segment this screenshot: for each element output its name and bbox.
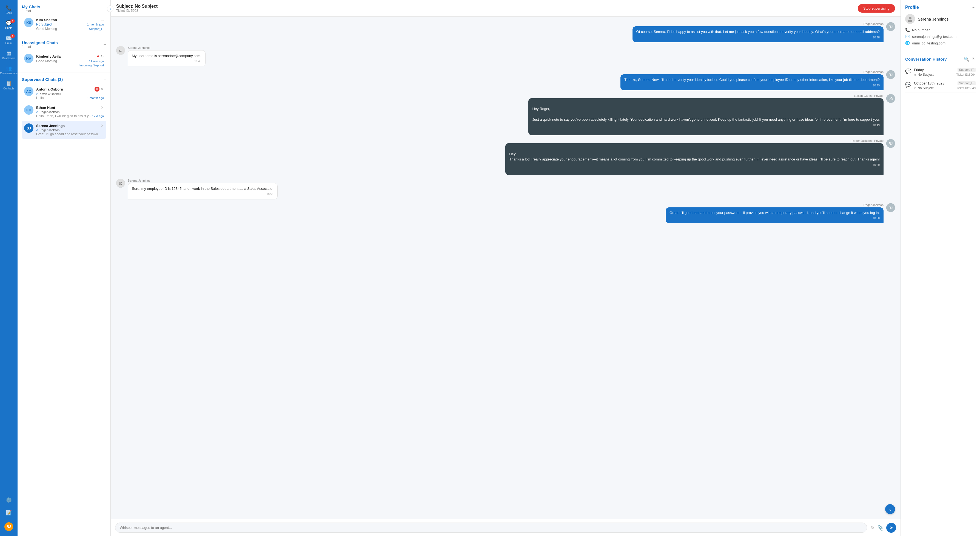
nav-item-conversations[interactable]: 👥 Conversations [0,63,18,77]
chat-name: Ethan Hunt [36,105,55,110]
conv-ticket: Ticket ID:5849 [956,86,975,90]
nav-label-calls: Calls [6,11,12,14]
user-avatar[interactable]: RJ [5,522,13,531]
msg-content: Serena Jennings My username is serenadoe… [128,46,205,67]
reload-icon[interactable]: ↻ [100,54,104,58]
msg-avatar-lucian: LG [886,94,895,103]
send-button[interactable]: ➤ [886,523,896,533]
nav-item-dashboard[interactable]: ▦ Dashboard [0,48,18,62]
profile-email-row: ✉️ serenajennings@g-test.com [905,34,975,39]
agent-name: Kevin O'Donnell [40,92,61,96]
nav-item-contacts[interactable]: 📋 Contacts [0,78,18,92]
msg-bubble: Thanks, Serena. Now, I'll need to verify… [620,74,883,90]
stop-supervising-button[interactable]: Stop supervising [858,4,895,13]
conv-history-item-2[interactable]: 💬 October 18th, 2023 Support_IT ⊘ No Sub… [905,79,975,93]
svg-point-15 [908,20,912,22]
profile-more-button[interactable]: ··· [972,5,975,10]
msg-content: Roger Jackson | Private Hey, Thanks a lo… [505,139,883,175]
svg-text:RJ: RJ [889,206,893,210]
close-chat-icon[interactable]: ✕ [100,123,104,128]
chat-preview: Hello [36,96,44,100]
chat-item-kim-shelton[interactable]: KS Kim Shelton ··· No Subject 1 month ag… [22,15,106,34]
message-row: RJ Roger Jackson | Private Hey, Thanks a… [116,139,895,175]
nav-label-chats: Chats [5,27,12,30]
conv-tag: Support_IT [958,81,975,85]
conv-history-title: Conversation History [905,57,947,61]
msg-bubble-private: Hey, Thanks a lot! I really appreciate y… [505,143,883,175]
msg-time: 10:49 [532,123,880,127]
emoji-button[interactable]: ☺ [870,525,875,531]
chat-name: Kimberly Avila [36,54,60,58]
refresh-icon[interactable]: ↻ [972,56,975,62]
msg-sender: Lucian Gates | Private [528,94,883,97]
profile-website-row: 🌐 omni_cc_testing.com [905,41,975,45]
chat-subject-header: Subject: No Subject [116,4,158,9]
nav-item-chats[interactable]: 1 💬 Chats [0,18,18,32]
unassigned-chats-actions[interactable]: − [103,42,106,47]
msg-avatar-serena2: SJ [116,179,125,188]
msg-time: 10:50 [670,216,880,220]
supervised-chats-actions[interactable]: − [103,77,106,82]
chat-info-serena-jennings: Serena Jennings ✕ ⊙ Roger Jackson Great!… [36,123,104,136]
conv-chat-icon: 💬 [905,68,911,77]
msg-bubble-received: Sure, my employee ID is 12345, and I wor… [128,183,278,199]
chat-item-antonia-osborn[interactable]: AO Antonia Osborn 6 ✕ ⊙ Kevin O'Donnell … [22,84,106,102]
search-icon[interactable]: 🔍 [964,56,969,62]
chat-info-ethan-hunt: Ethan Hunt ✕ ⊙ Roger Jackson Hello Ethan… [36,105,104,118]
msg-avatar-serena: SJ [116,46,125,55]
attachment-button[interactable]: 📎 [878,525,883,531]
unassigned-chats-count: 1 total [22,45,58,49]
msg-content: Serena Jennings Sure, my employee ID is … [128,179,278,199]
unassigned-chats-title: Unassigned Chats [22,40,58,45]
close-chat-icon[interactable]: ✕ [100,87,104,91]
close-chat-icon[interactable]: ✕ [100,105,104,110]
chat-subject: No Subject [36,22,52,26]
conv-date: October 18th, 2023 [914,81,944,85]
conv-subject: No Subject [918,86,934,90]
chat-item-serena-jennings[interactable]: SJ Serena Jennings ✕ ⊙ Roger Jackson Gre… [22,121,106,139]
scroll-down-button[interactable]: ⌄ [885,504,895,514]
settings-icon: ⚙️ [6,497,12,503]
msg-avatar-roger2: RJ [886,139,895,148]
msg-sender: Roger Jackson | Private [505,139,883,142]
nav-item-tasks[interactable]: 📝 [0,507,18,518]
messages-area: RJ Roger Jackson Of course, Serena. I'll… [111,17,900,519]
unread-dot-icon: ● [97,54,99,59]
nav-item-calls[interactable]: 📞 Calls [0,3,18,17]
whisper-message-input[interactable] [115,523,867,533]
more-icon[interactable]: ··· [101,18,104,22]
email-icon: ✉️ [905,34,910,39]
agent-name: Roger Jackson [40,128,59,132]
nav-item-email[interactable]: 2 ✉️ Email [0,33,18,47]
message-row: LG Lucian Gates | Private Hey Roger, Jus… [116,94,895,136]
conv-ticket: Ticket ID:5904 [956,73,975,76]
profile-title: Profile [905,5,919,10]
agent-icon: ⊙ [36,93,38,96]
conv-date: Friday [914,68,924,72]
my-chats-count: 1 total [22,9,40,13]
msg-content: Roger Jackson Thanks, Serena. Now, I'll … [620,70,883,90]
profile-website: omni_cc_testing.com [912,41,945,45]
chat-name: Serena Jennings [36,124,65,128]
supervised-chats-section: Supervised Chats (3) − AO Antonia Osborn… [18,72,110,141]
conv-history-item-1[interactable]: 💬 Friday Support_IT ⊘ No Subject Ticket … [905,65,975,79]
msg-time: 10:48 [636,35,880,40]
conv-subject: No Subject [918,73,934,77]
supervised-badge: 6 [95,87,99,92]
msg-bubble: Great! I'll go ahead and reset your pass… [666,207,883,223]
profile-avatar [905,14,915,24]
avatar-kim-shelton: KS [24,18,33,27]
unassigned-chats-section: Unassigned Chats 1 total − KA Kimberly A… [18,36,110,72]
right-panel: Profile ··· Serena Jennings 📞 No number … [900,0,980,536]
nav-item-settings[interactable]: ⚙️ [0,495,18,506]
conversation-history-section: Conversation History 🔍 ↻ 💬 Friday Suppor… [901,52,980,97]
chat-item-kimberly-avila[interactable]: KA Kimberly Avila ● ↻ Good Morning 14 mi… [22,51,106,70]
chat-time: 1 month ago [87,96,104,100]
collapse-sidebar-button[interactable]: ‹ [107,5,113,12]
chat-tag: Incoming_Support [80,64,104,67]
agent-name: Roger Jackson [40,110,59,113]
nav-label-conversations: Conversations [0,72,18,75]
chat-item-ethan-hunt[interactable]: EH Ethan Hunt ✕ ⊙ Roger Jackson Hello Et… [22,102,106,121]
chat-preview: Good Morning [36,59,57,63]
msg-time: 10:49 [624,83,880,88]
